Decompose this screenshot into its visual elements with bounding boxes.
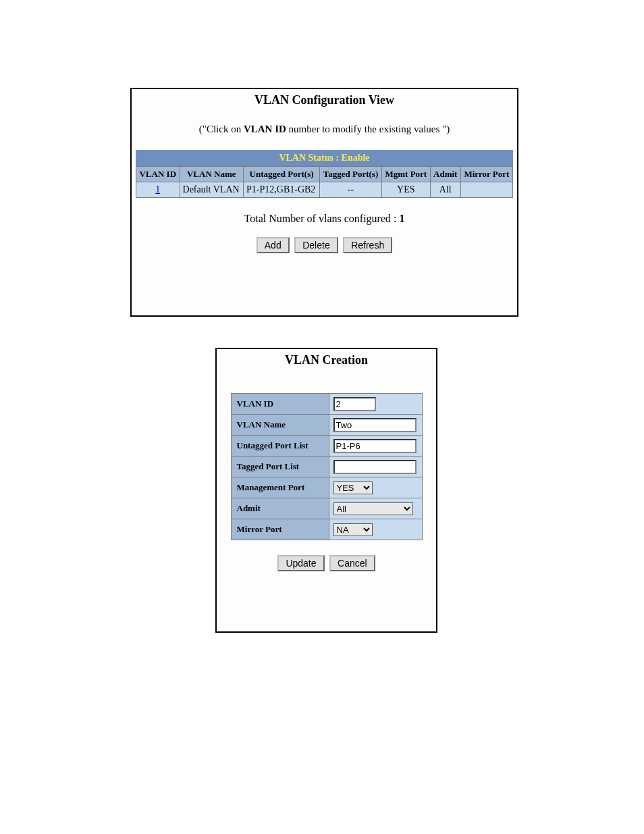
vlan-table: VLAN ID VLAN Name Untagged Port(s) Tagge… <box>136 166 513 198</box>
vlan-config-view-title: VLAN Configuration View <box>132 89 517 124</box>
untagged-port-input[interactable] <box>333 439 417 453</box>
update-button[interactable]: Update <box>277 555 324 571</box>
total-prefix: Total Number of vlans configured : <box>244 213 400 224</box>
creation-button-row: Update Cancel <box>217 540 436 571</box>
vlan-status-bar: VLAN Status : Enable <box>136 150 513 166</box>
vlan-creation-panel: VLAN Creation VLAN ID VLAN Name Untagged… <box>215 348 437 633</box>
hint-suffix: number to modify the existing values ") <box>286 124 450 134</box>
row-mgmt: Management Port YES <box>231 477 422 498</box>
label-admit: Admit <box>231 498 329 519</box>
tagged-port-input[interactable] <box>333 460 417 474</box>
refresh-button[interactable]: Refresh <box>343 237 392 253</box>
cancel-button[interactable]: Cancel <box>329 555 375 571</box>
config-button-row: Add Delete Refresh <box>132 237 517 260</box>
vlan-creation-title: VLAN Creation <box>217 349 436 373</box>
vlan-config-view-panel: VLAN Configuration View ("Click on VLAN … <box>130 88 518 317</box>
col-tagged: Tagged Port(s) <box>320 167 382 182</box>
vlan-id-link[interactable]: 1 <box>155 184 160 194</box>
add-button[interactable]: Add <box>257 237 290 253</box>
cell-admit: All <box>430 182 460 198</box>
mirror-port-select[interactable]: NA <box>333 523 373 536</box>
row-tagged: Tagged Port List <box>231 457 422 477</box>
delete-button[interactable]: Delete <box>294 237 338 253</box>
col-untagged: Untagged Port(s) <box>244 167 320 182</box>
cell-untagged: P1-P12,GB1-GB2 <box>244 182 320 198</box>
label-mirror: Mirror Port <box>231 519 329 540</box>
mgmt-port-select[interactable]: YES <box>333 481 373 494</box>
row-untagged: Untagged Port List <box>231 436 422 457</box>
cell-mgmt: YES <box>381 182 430 198</box>
col-mirror: Mirror Port <box>460 167 512 182</box>
cell-admit-select: All <box>329 498 422 519</box>
hint-bold: VLAN ID <box>244 124 286 134</box>
cell-tagged-input <box>329 457 422 477</box>
col-vlan-name: VLAN Name <box>180 167 244 182</box>
hint-prefix: ("Click on <box>199 124 244 134</box>
col-admit: Admit <box>430 167 460 182</box>
cell-mirror <box>460 182 512 198</box>
vlan-config-hint: ("Click on VLAN ID number to modify the … <box>132 124 517 150</box>
cell-vlan-id-input <box>329 394 422 415</box>
vlan-id-input[interactable] <box>333 397 376 411</box>
cell-mgmt-select: YES <box>329 477 422 498</box>
cell-untagged-input <box>329 436 422 457</box>
label-vlan-name: VLAN Name <box>231 415 329 436</box>
table-row: 1 Default VLAN P1-P12,GB1-GB2 -- YES All <box>136 182 513 198</box>
total-value: 1 <box>399 213 404 224</box>
row-vlan-id: VLAN ID <box>231 394 422 415</box>
row-mirror: Mirror Port NA <box>231 519 422 540</box>
label-untagged: Untagged Port List <box>231 436 329 457</box>
cell-vlan-id: 1 <box>136 182 180 198</box>
col-mgmt: Mgmt Port <box>381 167 430 182</box>
cell-vlan-name: Default VLAN <box>180 182 244 198</box>
row-vlan-name: VLAN Name <box>231 415 422 436</box>
col-vlan-id: VLAN ID <box>136 167 180 182</box>
label-vlan-id: VLAN ID <box>231 394 329 415</box>
vlan-name-input[interactable] <box>333 418 417 432</box>
cell-vlan-name-input <box>329 415 422 436</box>
label-tagged: Tagged Port List <box>231 457 329 477</box>
total-vlans-line: Total Number of vlans configured : 1 <box>132 198 517 237</box>
cell-tagged: -- <box>320 182 382 198</box>
cell-mirror-select: NA <box>329 519 422 540</box>
row-admit: Admit All <box>231 498 422 519</box>
admit-select[interactable]: All <box>333 502 413 515</box>
vlan-table-header-row: VLAN ID VLAN Name Untagged Port(s) Tagge… <box>136 167 513 182</box>
label-mgmt: Management Port <box>231 477 329 498</box>
vlan-creation-form: VLAN ID VLAN Name Untagged Port List Tag… <box>231 393 423 540</box>
